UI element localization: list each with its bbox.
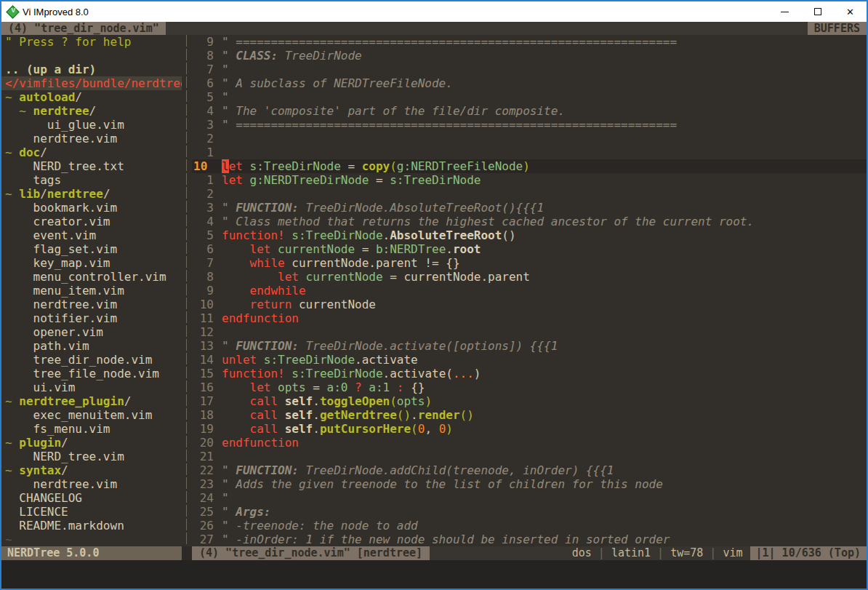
tree-item[interactable]: LICENCE (1, 505, 182, 519)
code-line[interactable]: 23" Adds the given treenode to the list … (192, 477, 867, 491)
line-number: 5 (192, 90, 214, 104)
tree-item[interactable]: fs_menu.vim (1, 422, 182, 436)
code-line[interactable]: 24" (192, 491, 867, 505)
tree-item[interactable]: ~ (1, 533, 182, 546)
code-line[interactable]: 17 call self.toggleOpen(opts) (192, 394, 867, 408)
tree-item[interactable]: tree_file_node.vim (1, 367, 182, 380)
code-line[interactable]: 19 call self.putCursorHere(0, 0) (192, 422, 867, 436)
line-number: 1 (192, 145, 214, 159)
line-number: 11 (192, 311, 214, 325)
tree-item[interactable]: nerdtree.vim (1, 298, 182, 311)
tab-tree-dir-node[interactable]: (4) "tree_dir_node.vim" (1, 22, 166, 35)
nerdtree-status: NERDTree 5.0.0 (1, 546, 182, 560)
line-number: 18 (192, 408, 214, 422)
tree-item[interactable]: " Press ? for help (1, 35, 182, 49)
code-line[interactable]: 4" The 'composite' part of the file/dir … (192, 104, 867, 118)
tree-item[interactable]: ui.vim (1, 380, 182, 394)
command-line[interactable] (1, 560, 867, 589)
vim-icon (6, 5, 19, 18)
tree-item[interactable]: menu_item.vim (1, 284, 182, 298)
line-number: 24 (192, 491, 214, 505)
tree-item[interactable]: CHANGELOG (1, 491, 182, 505)
tree-item[interactable]: key_map.vim (1, 256, 182, 270)
tree-item[interactable]: notifier.vim (1, 311, 182, 325)
tree-item[interactable]: creator.vim (1, 215, 182, 228)
tree-item[interactable]: ~ syntax/ (1, 463, 182, 477)
code-line[interactable]: 25" Args: (192, 505, 867, 519)
code-line[interactable]: 11endfunction (192, 311, 867, 325)
code-line[interactable]: 9" =====================================… (192, 35, 867, 49)
line-number: 21 (192, 450, 214, 463)
tree-item[interactable]: nerdtree.vim (1, 477, 182, 491)
window-title: Vi IMproved 8.0 (23, 7, 768, 17)
tree-item[interactable]: exec_menuitem.vim (1, 408, 182, 422)
minimize-button[interactable] (768, 1, 801, 22)
code-line[interactable]: 21 (192, 450, 867, 463)
tree-item[interactable]: menu_controller.vim (1, 270, 182, 284)
code-line[interactable]: 20endfunction (192, 436, 867, 450)
code-line[interactable]: 27" -inOrder: 1 if the new node should b… (192, 533, 867, 546)
tree-item[interactable]: tree_dir_node.vim (1, 353, 182, 367)
code-line[interactable]: 8" CLASS: TreeDirNode (192, 49, 867, 63)
tree-item[interactable]: path.vim (1, 339, 182, 353)
code-line[interactable]: 12 (192, 325, 867, 339)
tree-item[interactable]: README.markdown (1, 519, 182, 533)
code-line[interactable]: 22" FUNCTION: TreeDirNode.addChild(treen… (192, 463, 867, 477)
code-line[interactable]: 1let g:NERDTreeDirNode = s:TreeDirNode (192, 173, 867, 187)
status-item: vim (723, 546, 742, 559)
code-line[interactable]: 13" FUNCTION: TreeDirNode.activate([opti… (192, 339, 867, 353)
code-line[interactable]: 10 return currentNode (192, 298, 867, 311)
window-separator[interactable] (182, 35, 192, 546)
tree-item[interactable]: ~ plugin/ (1, 436, 182, 450)
tree-item[interactable]: </vimfiles/bundle/nerdtree/ (1, 76, 182, 90)
code-line[interactable]: 26" -treenode: the node to add (192, 519, 867, 533)
code-line[interactable]: 14unlet s:TreeDirNode.activate (192, 353, 867, 367)
tree-item[interactable]: nerdtree.vim (1, 132, 182, 145)
code-line[interactable]: 15function! s:TreeDirNode.activate(...) (192, 367, 867, 380)
code-line[interactable]: 7 while currentNode.parent != {} (192, 256, 867, 270)
tree-item[interactable]: flag_set.vim (1, 242, 182, 256)
tree-item[interactable] (1, 49, 182, 63)
code-line[interactable]: 5function! s:TreeDirNode.AbsoluteTreeRoo… (192, 228, 867, 242)
status-filler (430, 546, 572, 560)
close-button[interactable]: ✕ (834, 1, 867, 22)
code-line[interactable]: 2 (192, 132, 867, 145)
tree-item[interactable]: event.vim (1, 228, 182, 242)
nerdtree-panel: " Press ? for help.. (up a dir)</vimfile… (1, 35, 182, 546)
line-number: 8 (192, 270, 214, 284)
tree-item[interactable]: NERD_tree.vim (1, 450, 182, 463)
code-line[interactable]: 16 let opts = a:0 ? a:1 : {} (192, 380, 867, 394)
line-number: 9 (192, 284, 214, 298)
title-bar[interactable]: Vi IMproved 8.0 ✕ (1, 1, 867, 22)
status-separator-gap (182, 546, 192, 560)
code-line[interactable]: 6" A subclass of NERDTreeFileNode. (192, 76, 867, 90)
code-line[interactable]: 3" =====================================… (192, 118, 867, 132)
line-number: 23 (192, 477, 214, 491)
code-line[interactable]: 3" FUNCTION: TreeDirNode.AbsoluteTreeRoo… (192, 201, 867, 215)
tree-item[interactable]: ~ lib/nerdtree/ (1, 187, 182, 201)
tree-item[interactable]: ~ doc/ (1, 145, 182, 159)
code-line[interactable]: 9 endwhile (192, 284, 867, 298)
status-item: dos (572, 546, 592, 559)
code-line[interactable]: 4" Class method that returns the highest… (192, 215, 867, 228)
code-line[interactable]: 18 call self.getNerdtree().render() (192, 408, 867, 422)
code-line[interactable]: 7" (192, 63, 867, 76)
tree-item[interactable]: opener.vim (1, 325, 182, 339)
tree-item[interactable]: ui_glue.vim (1, 118, 182, 132)
code-line[interactable]: 6 let currentNode = b:NERDTree.root (192, 242, 867, 256)
tree-item[interactable]: ~ nerdtree/ (1, 104, 182, 118)
tree-item[interactable]: ~ nerdtree_plugin/ (1, 394, 182, 408)
code-line[interactable]: 2 (192, 187, 867, 201)
tree-item[interactable]: .. (up a dir) (1, 63, 182, 76)
tree-item[interactable]: tags (1, 173, 182, 187)
line-number: 8 (192, 49, 214, 63)
tree-item[interactable]: NERD_tree.txt (1, 159, 182, 173)
tree-item[interactable]: bookmark.vim (1, 201, 182, 215)
maximize-button[interactable] (801, 1, 834, 22)
line-number: 6 (192, 242, 214, 256)
code-line-current[interactable]: 10let s:TreeDirNode = copy(g:NERDTreeFil… (192, 159, 867, 173)
code-line[interactable]: 5" (192, 90, 867, 104)
code-line[interactable]: 8 let currentNode = currentNode.parent (192, 270, 867, 284)
tree-item[interactable]: ~ autoload/ (1, 90, 182, 104)
code-line[interactable]: 1 (192, 145, 867, 159)
